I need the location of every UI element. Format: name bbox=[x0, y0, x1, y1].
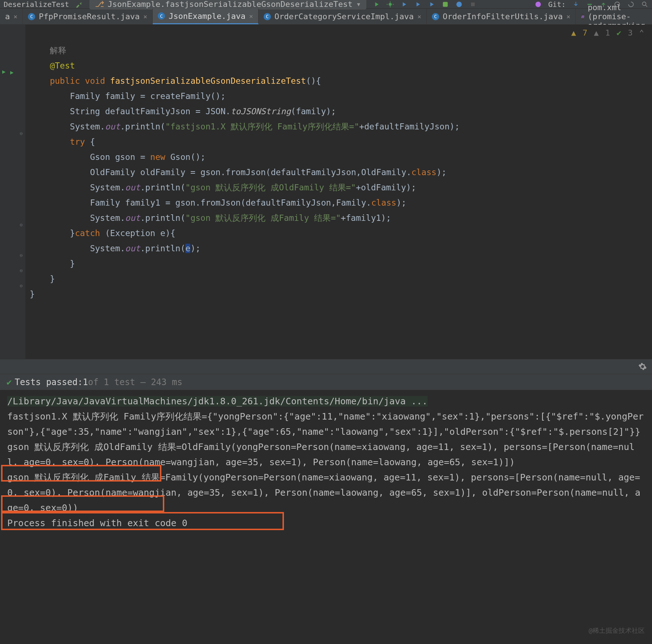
code-line: out bbox=[125, 183, 140, 192]
tab-file-a[interactable]: a × bbox=[0, 9, 23, 24]
svg-rect-1 bbox=[443, 2, 448, 7]
warning-icon: ▲ bbox=[571, 28, 576, 37]
close-icon[interactable]: × bbox=[13, 13, 17, 20]
ok-count: 3 bbox=[628, 28, 633, 37]
chevron-down-icon: ▾ bbox=[356, 0, 361, 9]
typo-count: 1 bbox=[605, 28, 610, 37]
editor-area: ▲7 ▲1 ✔3 ⌃ ▶ ▶ ⊖ ⊖ ⊖ ⊖ ⊖ 解释 @Test public… bbox=[0, 25, 652, 359]
code-line: System. bbox=[90, 213, 125, 223]
top-toolbar: DeserializeTest ⎇ JsonExample.fastjsonSe… bbox=[0, 0, 652, 9]
java-file-icon bbox=[264, 13, 271, 20]
close-icon[interactable]: × bbox=[143, 13, 147, 20]
console-output[interactable]: /Library/Java/JavaVirtualMachines/jdk1.8… bbox=[0, 390, 652, 640]
git-update-icon[interactable] bbox=[572, 1, 579, 8]
chevron-up-icon[interactable]: ⌃ bbox=[639, 28, 644, 37]
code-line: out bbox=[125, 244, 140, 253]
fold-icon[interactable]: ⊖ bbox=[20, 283, 22, 289]
code-line: toJSONString bbox=[231, 107, 291, 116]
gutter-run-icon-2[interactable]: ▶ bbox=[10, 69, 14, 76]
code-token: class bbox=[371, 198, 396, 207]
code-line: ); bbox=[437, 168, 447, 177]
copilot-icon[interactable] bbox=[535, 1, 542, 8]
code-string: "gson 默认反序列化 成OldFamily 结果=" bbox=[185, 183, 356, 192]
tab-label: a bbox=[5, 12, 10, 21]
code-comment: 解释 bbox=[50, 46, 66, 55]
tab-label: OrderInfoFilterUtils.java bbox=[443, 12, 563, 21]
code-line: .println( bbox=[140, 213, 186, 223]
debug-icon[interactable] bbox=[387, 1, 394, 8]
tests-result-bar[interactable]: ✔ Tests passed: 1 of 1 test – 243 ms bbox=[0, 374, 652, 390]
code-line: System. bbox=[90, 244, 125, 253]
fold-icon[interactable]: ⊖ bbox=[20, 268, 22, 273]
tab-label: OrderCategoryServiceImpl.java bbox=[275, 12, 414, 21]
code-line: Gson gson = bbox=[90, 152, 150, 162]
code-line: ); bbox=[190, 244, 201, 253]
fold-icon[interactable]: ⊖ bbox=[20, 222, 22, 228]
editor-gutter[interactable]: ▶ ▶ ⊖ ⊖ ⊖ ⊖ ⊖ bbox=[0, 25, 25, 359]
code-token: catch bbox=[75, 228, 100, 238]
code-token: new bbox=[150, 152, 165, 162]
code-token: try bbox=[70, 137, 85, 146]
svg-rect-3 bbox=[471, 3, 475, 6]
close-icon[interactable]: × bbox=[417, 13, 421, 20]
code-annotation: @Test bbox=[50, 61, 75, 70]
run-target-icon[interactable] bbox=[428, 1, 435, 8]
console-settings-bar bbox=[0, 359, 652, 374]
code-line: Family family = createFamily(); bbox=[70, 91, 226, 101]
run-configuration-dropdown[interactable]: ⎇ JsonExample.fastjsonSerializableGsonDe… bbox=[90, 0, 367, 9]
svg-point-4 bbox=[535, 1, 541, 7]
svg-point-2 bbox=[457, 1, 462, 7]
code-line: } bbox=[50, 274, 55, 284]
code-token: public bbox=[50, 76, 80, 86]
run-configuration-label: JsonExample.fastjsonSerializableGsonDese… bbox=[108, 0, 353, 9]
inspection-status[interactable]: ▲7 ▲1 ✔3 ⌃ bbox=[571, 28, 644, 37]
code-line: +family1); bbox=[341, 213, 391, 223]
code-line: Family family1 = gson.fromJson(defaultFa… bbox=[90, 198, 371, 207]
tab-pomxml[interactable]: pom.xml (promise-ordermarking bbox=[576, 9, 652, 24]
tests-total-label: of 1 test – 243 ms bbox=[88, 377, 182, 387]
svg-point-0 bbox=[389, 3, 392, 5]
attach-icon[interactable] bbox=[442, 1, 449, 8]
warning-count: 7 bbox=[583, 28, 587, 37]
code-line: +defaultFamilyJson); bbox=[359, 122, 460, 131]
gear-icon[interactable] bbox=[638, 362, 647, 371]
tab-pfppromiseresult[interactable]: PfpPromiseResult.java × bbox=[23, 9, 153, 24]
code-line: { bbox=[85, 137, 95, 146]
run-icon[interactable] bbox=[373, 1, 380, 8]
code-line: OldFamily oldFamily = gson.fromJson(defa… bbox=[90, 168, 411, 177]
close-icon[interactable]: × bbox=[566, 13, 570, 20]
profile-icon[interactable] bbox=[414, 1, 421, 8]
tests-passed-label: Tests passed: bbox=[15, 377, 83, 387]
tab-ordercategoryserviceimpl[interactable]: OrderCategoryServiceImpl.java × bbox=[259, 9, 427, 24]
watermark-text: @稀土掘金技术社区 bbox=[589, 623, 645, 638]
tab-jsonexample[interactable]: JsonExample.java × bbox=[153, 9, 259, 24]
code-line: System. bbox=[90, 183, 125, 192]
java-file-icon bbox=[158, 12, 165, 20]
console-line: fastjson1.X 默认序列化 Family序列化结果={"yongPers… bbox=[7, 409, 645, 439]
fold-icon[interactable]: ⊖ bbox=[20, 131, 22, 136]
code-line: .println( bbox=[140, 183, 186, 192]
tab-orderinfofilterutils[interactable]: OrderInfoFilterUtils.java × bbox=[427, 9, 576, 24]
coverage-icon[interactable] bbox=[400, 1, 408, 8]
stop-icon[interactable] bbox=[469, 1, 476, 8]
fold-icon[interactable]: ⊖ bbox=[20, 252, 22, 258]
code-line: String defaultFamilyJson = JSON. bbox=[70, 107, 231, 116]
gutter-run-icon[interactable]: ▶ bbox=[2, 68, 6, 75]
code-line: out bbox=[125, 213, 140, 223]
close-icon[interactable]: × bbox=[249, 12, 253, 20]
code-method-name: fastjsonSerializableGsonDeserializeTest bbox=[110, 76, 306, 86]
code-content[interactable]: 解释 @Test public void fastjsonSerializabl… bbox=[25, 25, 652, 359]
editor-tabs-bar: a × PfpPromiseResult.java × JsonExample.… bbox=[0, 9, 652, 25]
code-line: (Exception e){ bbox=[100, 228, 176, 238]
code-line: +oldFamily); bbox=[356, 183, 416, 192]
git-label: Git: bbox=[548, 0, 566, 9]
code-line: .println( bbox=[120, 122, 165, 131]
code-token: class bbox=[411, 168, 436, 177]
console-line: gson 默认反序列化 成Family 结果=Family(yongPerson… bbox=[7, 470, 645, 516]
code-line: Gson(); bbox=[165, 152, 206, 162]
code-line: } bbox=[30, 289, 35, 299]
hammer-icon[interactable] bbox=[76, 1, 83, 8]
code-line: ); bbox=[396, 198, 407, 207]
code-string: "fastjson1.X 默认序列化 Family序列化结果=" bbox=[165, 122, 359, 131]
ai-assistant-icon[interactable] bbox=[455, 1, 463, 8]
